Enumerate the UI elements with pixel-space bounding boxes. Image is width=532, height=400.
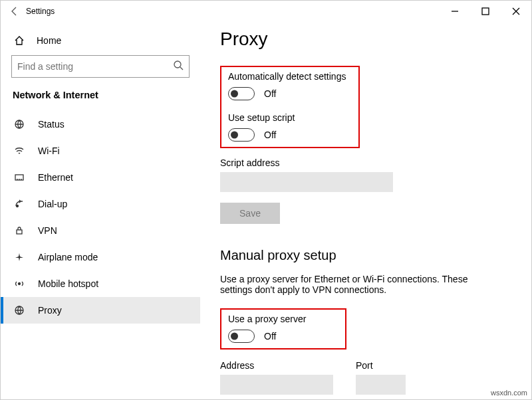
globe-icon: [13, 119, 26, 130]
category-title: Network & Internet: [1, 90, 200, 111]
highlight-box-auto: Automatically detect settings Off Use se…: [220, 66, 360, 148]
minimize-button[interactable]: [440, 1, 470, 22]
wifi-icon: [13, 146, 26, 156]
sidebar-item-proxy[interactable]: Proxy: [1, 297, 200, 324]
svg-point-6: [19, 283, 21, 285]
hotspot-icon: [13, 278, 26, 289]
home-link[interactable]: Home: [1, 30, 200, 55]
close-button[interactable]: [501, 1, 531, 22]
sidebar-item-wifi[interactable]: Wi-Fi: [1, 138, 200, 164]
sidebar-item-label: Dial-up: [38, 199, 67, 209]
sidebar-item-airplane[interactable]: Airplane mode: [1, 244, 200, 270]
sidebar-item-vpn[interactable]: VPN: [1, 217, 200, 244]
use-proxy-state: Off: [264, 331, 276, 342]
sidebar-item-label: Proxy: [38, 305, 62, 316]
setup-script-toggle[interactable]: [228, 128, 255, 142]
proxy-icon: [13, 305, 26, 316]
search-input[interactable]: [17, 61, 173, 72]
nav-list: Status Wi-Fi Ethernet Dial-up VPN Airpla…: [1, 111, 200, 324]
highlight-box-manual: Use a proxy server Off: [220, 308, 346, 350]
script-address-input[interactable]: [220, 172, 393, 192]
titlebar: Settings: [1, 1, 531, 22]
sidebar-item-hotspot[interactable]: Mobile hotspot: [1, 270, 200, 297]
auto-detect-label: Automatically detect settings: [228, 71, 352, 82]
svg-point-4: [17, 205, 19, 207]
window-title: Settings: [26, 7, 55, 16]
svg-rect-5: [17, 230, 22, 234]
vpn-icon: [13, 225, 26, 236]
port-input[interactable]: [356, 375, 406, 395]
sidebar-item-ethernet[interactable]: Ethernet: [1, 164, 200, 191]
svg-rect-0: [482, 8, 489, 15]
maximize-button[interactable]: [470, 1, 501, 22]
sidebar-item-label: Status: [38, 119, 65, 130]
sidebar-item-label: Airplane mode: [38, 252, 98, 262]
sidebar-item-label: Ethernet: [38, 172, 73, 183]
setup-script-label: Use setup script: [228, 112, 352, 123]
address-input[interactable]: [220, 375, 333, 395]
home-icon: [13, 35, 26, 46]
use-proxy-label: Use a proxy server: [228, 314, 338, 324]
sidebar-item-label: Wi-Fi: [38, 146, 60, 156]
dialup-icon: [13, 199, 26, 209]
manual-section-title: Manual proxy setup: [220, 248, 511, 263]
auto-detect-state: Off: [264, 88, 276, 99]
script-address-label: Script address: [220, 157, 511, 168]
sidebar: Home Network & Internet Status Wi-Fi Eth…: [1, 22, 200, 399]
airplane-icon: [13, 252, 26, 262]
search-box[interactable]: [11, 55, 190, 78]
save-button[interactable]: Save: [220, 203, 280, 224]
setup-script-state: Off: [264, 130, 276, 140]
sidebar-item-label: Mobile hotspot: [38, 278, 98, 289]
use-proxy-toggle[interactable]: [228, 330, 255, 343]
manual-description: Use a proxy server for Ethernet or Wi-Fi…: [220, 274, 486, 295]
sidebar-item-label: VPN: [38, 225, 57, 236]
page-title: Proxy: [220, 29, 511, 50]
watermark: wsxdn.com: [491, 389, 527, 397]
window-controls: [440, 1, 531, 22]
sidebar-item-dialup[interactable]: Dial-up: [1, 191, 200, 217]
ethernet-icon: [13, 172, 26, 183]
back-icon[interactable]: [9, 6, 21, 17]
port-label: Port: [356, 360, 406, 371]
address-label: Address: [220, 360, 333, 371]
auto-detect-toggle[interactable]: [228, 87, 255, 100]
home-label: Home: [37, 35, 61, 46]
sidebar-item-status[interactable]: Status: [1, 111, 200, 138]
main-panel: Proxy Automatically detect settings Off …: [200, 22, 531, 399]
svg-point-1: [174, 61, 181, 68]
search-icon: [173, 60, 184, 73]
